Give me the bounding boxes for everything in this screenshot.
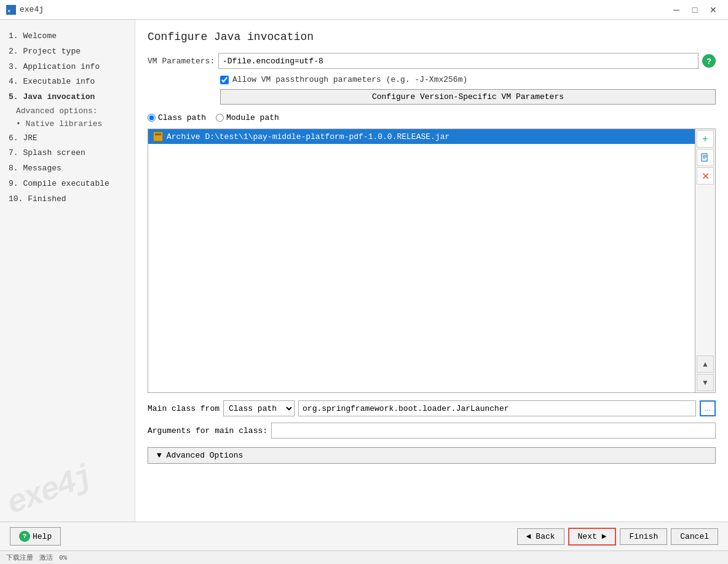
sidebar-item-project-type[interactable]: 2. Project type xyxy=(6,44,129,60)
sidebar-item-jre[interactable]: 6. JRE xyxy=(6,131,129,146)
status-bar: 下载注册 激活 0% xyxy=(0,550,728,564)
next-button[interactable]: Next ► xyxy=(568,528,617,546)
vm-input-row: ? xyxy=(218,53,716,69)
configure-vm-button[interactable]: Configure Version-Specific VM Parameters xyxy=(220,89,716,105)
archive-icon xyxy=(153,132,163,141)
main-class-row: Main class from Class path Module path … xyxy=(148,400,716,416)
path-type-radio-row: Class path Module path xyxy=(148,113,716,122)
move-up-button[interactable]: ▲ xyxy=(697,355,714,373)
add-entry-button[interactable]: + xyxy=(697,130,714,148)
modulepath-radio-label: Module path xyxy=(226,113,279,122)
maximize-button[interactable]: □ xyxy=(686,3,703,17)
app-title: exe4j xyxy=(20,5,44,14)
title-bar-left: e exe4j xyxy=(6,5,44,15)
sidebar: 1. Welcome 2. Project type 3. Applicatio… xyxy=(0,20,135,522)
sidebar-item-executable-info[interactable]: 4. Executable info xyxy=(6,74,129,90)
help-button[interactable]: ? Help xyxy=(10,527,61,546)
status-left: 下载注册 xyxy=(6,553,33,562)
allow-passthrough-checkbox[interactable] xyxy=(220,76,229,84)
panel-title: Configure Java invocation xyxy=(148,31,716,43)
sidebar-item-application-info[interactable]: 3. Application info xyxy=(6,60,129,75)
main-class-label: Main class from xyxy=(148,404,220,413)
edit-entry-button[interactable] xyxy=(697,149,714,166)
back-button[interactable]: ◄ Back xyxy=(517,528,564,545)
classpath-container: Archive D:\test\1\pay-middle-platform-pd… xyxy=(148,129,716,393)
vm-parameters-label: VM Parameters: xyxy=(148,57,218,66)
title-bar: e exe4j ─ □ ✕ xyxy=(0,0,728,20)
classpath-entry-text: Archive D:\test\1\pay-middle-platform-pd… xyxy=(167,132,449,141)
classpath-list-item[interactable]: Archive D:\test\1\pay-middle-platform-pd… xyxy=(148,129,695,144)
main-class-input[interactable] xyxy=(298,400,696,416)
cancel-button[interactable]: Cancel xyxy=(671,528,718,545)
vm-parameters-row: VM Parameters: ? xyxy=(148,53,716,69)
sidebar-item-native-libraries[interactable]: • Native libraries xyxy=(6,118,129,131)
right-panel: Configure Java invocation VM Parameters:… xyxy=(135,20,728,522)
main-content: 1. Welcome 2. Project type 3. Applicatio… xyxy=(0,20,728,522)
arguments-label: Arguments for main class: xyxy=(148,426,267,435)
sidebar-item-compile-executable[interactable]: 9. Compile executable xyxy=(6,177,129,192)
bottom-left: ? Help xyxy=(10,527,61,546)
app-icon: e xyxy=(6,5,16,15)
delete-entry-button[interactable]: ✕ xyxy=(697,167,714,185)
vm-help-button[interactable]: ? xyxy=(702,54,716,68)
sidebar-item-splash-screen[interactable]: 7. Splash screen xyxy=(6,146,129,161)
finish-button[interactable]: Finish xyxy=(620,528,667,545)
browse-main-class-button[interactable]: … xyxy=(700,400,716,416)
svg-text:e: e xyxy=(8,7,10,14)
arguments-input[interactable] xyxy=(271,423,716,439)
close-button[interactable]: ✕ xyxy=(705,3,722,17)
classpath-toolbar: + ✕ ▲ ▼ xyxy=(695,129,716,393)
svg-rect-2 xyxy=(702,154,707,161)
main-class-select[interactable]: Class path Module path xyxy=(223,400,295,416)
sidebar-item-finished[interactable]: 10. Finished xyxy=(6,192,129,207)
help-label: Help xyxy=(33,532,52,541)
modulepath-radio-option[interactable]: Module path xyxy=(216,113,279,122)
move-down-button[interactable]: ▼ xyxy=(697,374,714,391)
bottom-bar: ? Help ◄ Back Next ► Finish Cancel xyxy=(0,522,728,550)
sidebar-watermark: exe4j xyxy=(2,459,97,522)
bottom-right: ◄ Back Next ► Finish Cancel xyxy=(517,528,718,546)
allow-passthrough-label: Allow VM passthrough parameters (e.g. -J… xyxy=(232,75,467,84)
title-bar-controls: ─ □ ✕ xyxy=(668,3,722,17)
sidebar-advanced-options-label: Advanced options: xyxy=(6,105,129,118)
sidebar-item-java-invocation[interactable]: 5. Java invocation xyxy=(6,90,129,105)
help-icon: ? xyxy=(19,531,30,542)
classpath-radio-option[interactable]: Class path xyxy=(148,113,206,122)
modulepath-radio[interactable] xyxy=(216,114,224,122)
sidebar-item-welcome[interactable]: 1. Welcome xyxy=(6,29,129,44)
vm-parameters-input[interactable] xyxy=(218,53,698,69)
status-right: 0% xyxy=(59,554,67,562)
classpath-radio[interactable] xyxy=(148,114,156,122)
minimize-button[interactable]: ─ xyxy=(668,3,685,17)
advanced-options-button[interactable]: ▼ Advanced Options xyxy=(148,447,716,464)
classpath-list[interactable]: Archive D:\test\1\pay-middle-platform-pd… xyxy=(148,129,695,393)
sidebar-item-messages[interactable]: 8. Messages xyxy=(6,161,129,177)
classpath-radio-label: Class path xyxy=(158,113,206,122)
status-middle: 激活 xyxy=(39,553,53,562)
arguments-row: Arguments for main class: xyxy=(148,423,716,439)
allow-passthrough-row: Allow VM passthrough parameters (e.g. -J… xyxy=(220,75,716,84)
